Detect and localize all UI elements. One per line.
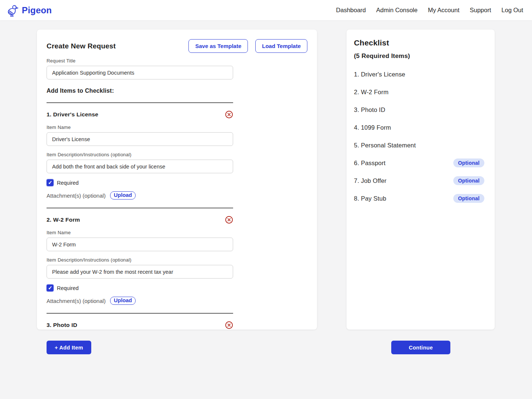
remove-item-icon xyxy=(225,110,233,119)
upload-button[interactable]: Upload xyxy=(110,297,136,305)
load-template-button[interactable]: Load Template xyxy=(255,39,307,53)
checklist-items: 1. Driver's License 2. W-2 Form 3. Photo… xyxy=(354,69,484,203)
checklist-item-label: 6. Passport xyxy=(354,160,386,167)
item-title: 1. Driver's License xyxy=(47,111,98,118)
attachments-label: Attachment(s) (optional) xyxy=(47,298,106,304)
item-divider xyxy=(47,313,233,314)
request-title-label: Request Title xyxy=(47,58,307,64)
brand-name: Pigeon xyxy=(22,5,52,16)
item-name-input[interactable] xyxy=(47,132,233,146)
item-title: 3. Photo ID xyxy=(47,322,77,328)
item-description-input[interactable] xyxy=(47,160,233,173)
checklist-row: 5. Personal Statement xyxy=(354,140,484,150)
checklist-item-label: 3. Photo ID xyxy=(354,106,385,113)
save-as-template-button[interactable]: Save as Template xyxy=(188,39,248,53)
nav-log-out[interactable]: Log Out xyxy=(501,7,523,14)
nav-admin-console[interactable]: Admin Console xyxy=(376,7,417,14)
nav-support[interactable]: Support xyxy=(470,7,491,14)
item-name-input[interactable] xyxy=(47,238,233,251)
item-description-label: Item Description/Instructions (optional) xyxy=(47,257,307,263)
checklist-required-count: (5 Required Items) xyxy=(354,52,484,60)
checklist-item-editor: 2. W-2 Form Item Name Item Description/I… xyxy=(47,216,307,314)
checklist-row: 7. Job Offer Optional xyxy=(354,176,484,185)
checklist-row: 2. W-2 Form xyxy=(354,87,484,97)
checklist-preview-card: Checklist (5 Required Items) 1. Driver's… xyxy=(347,30,495,330)
add-items-heading: Add Items to Checklist: xyxy=(47,88,307,94)
checklist-row: 8. Pay Stub Optional xyxy=(354,194,484,203)
page-body: Create New Request Save as Template Load… xyxy=(0,20,532,399)
remove-item-icon xyxy=(225,321,233,329)
remove-item-button[interactable] xyxy=(225,321,233,329)
section-divider xyxy=(47,102,233,103)
remove-item-button[interactable] xyxy=(225,216,233,224)
page-title: Create New Request xyxy=(47,42,116,50)
optional-badge: Optional xyxy=(453,176,484,185)
remove-item-icon xyxy=(225,216,233,224)
main-nav: Dashboard Admin Console My Account Suppo… xyxy=(336,7,523,14)
optional-badge: Optional xyxy=(453,194,484,203)
request-title-input[interactable] xyxy=(47,66,233,79)
checklist-item-editor: 1. Driver's License Item Name Item Descr… xyxy=(47,110,307,208)
brand-logo[interactable]: Pigeon xyxy=(6,4,52,17)
checklist-item-label: 2. W-2 Form xyxy=(354,89,389,96)
item-title: 2. W-2 Form xyxy=(47,216,80,223)
add-item-button[interactable]: + Add Item xyxy=(47,341,91,354)
remove-item-button[interactable] xyxy=(225,110,233,119)
item-divider xyxy=(47,208,233,208)
checklist-row: 4. 1099 Form xyxy=(354,123,484,132)
optional-badge: Optional xyxy=(453,158,484,167)
checklist-item-label: 1. Driver's License xyxy=(354,71,405,78)
required-checkbox[interactable] xyxy=(47,179,54,186)
required-label: Required xyxy=(57,285,79,291)
nav-dashboard[interactable]: Dashboard xyxy=(336,7,366,14)
attachments-label: Attachment(s) (optional) xyxy=(47,192,106,199)
top-navbar: Pigeon Dashboard Admin Console My Accoun… xyxy=(0,0,532,20)
checklist-item-editor: 3. Photo ID xyxy=(47,321,307,329)
checklist-row: 1. Driver's License xyxy=(354,69,484,79)
checklist-row: 3. Photo ID xyxy=(354,105,484,115)
item-name-label: Item Name xyxy=(47,125,307,130)
checklist-item-label: 4. 1099 Form xyxy=(354,124,391,131)
required-checkbox[interactable] xyxy=(47,284,54,291)
item-name-label: Item Name xyxy=(47,230,307,235)
item-description-label: Item Description/Instructions (optional) xyxy=(47,152,307,157)
nav-my-account[interactable]: My Account xyxy=(428,7,459,14)
upload-button[interactable]: Upload xyxy=(110,191,136,200)
checklist-item-label: 7. Job Offer xyxy=(354,177,386,184)
checklist-row: 6. Passport Optional xyxy=(354,158,484,168)
checklist-item-label: 5. Personal Statement xyxy=(354,142,416,149)
create-request-card: Create New Request Save as Template Load… xyxy=(37,30,317,330)
item-description-input[interactable] xyxy=(47,265,233,279)
required-label: Required xyxy=(57,180,79,186)
checklist-title: Checklist xyxy=(354,38,484,47)
checklist-item-label: 8. Pay Stub xyxy=(354,195,386,202)
continue-button[interactable]: Continue xyxy=(391,341,450,354)
pigeon-icon xyxy=(6,4,19,17)
